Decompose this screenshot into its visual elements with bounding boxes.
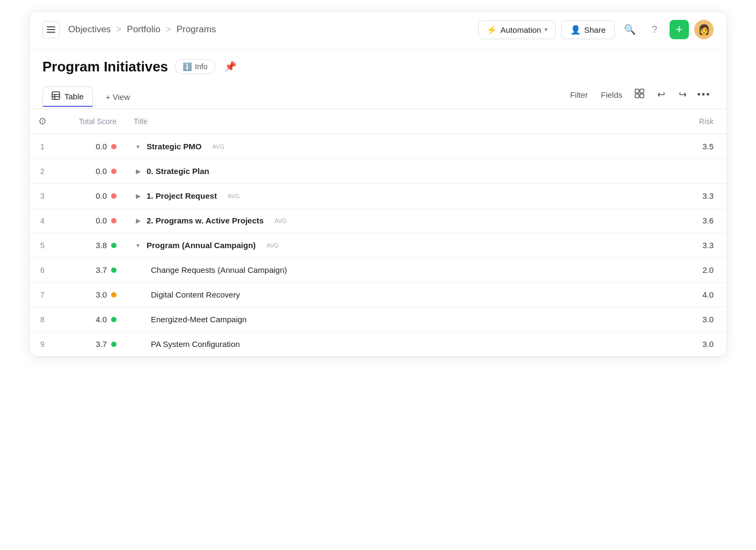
add-button[interactable]: +	[670, 20, 689, 39]
table-row: 63.7Change Requests (Annual Campaign)2.0	[30, 258, 726, 283]
row-title: Energized-Meet Campaign	[125, 307, 673, 332]
row-title: ▾Strategic PMOAVG	[125, 134, 673, 159]
status-dot	[111, 218, 117, 223]
more-button[interactable]: •••	[694, 85, 714, 104]
row-title-text[interactable]: 0. Strategic Plan	[147, 167, 209, 176]
table-row: 73.0Digital Content Recovery4.0	[30, 283, 726, 307]
score-value: 0.0	[96, 216, 107, 225]
row-number: 9	[30, 332, 55, 357]
status-dot	[111, 267, 117, 273]
settings-column-header[interactable]: ⚙	[30, 109, 55, 134]
grid-icon	[635, 89, 644, 101]
table-view-button[interactable]: Table	[42, 86, 93, 107]
breadcrumb-portfolio[interactable]: Portfolio	[127, 24, 160, 35]
svg-rect-9	[635, 94, 639, 98]
svg-rect-2	[47, 32, 55, 33]
avg-badge: AVG	[228, 193, 239, 199]
expand-icon[interactable]: ▶	[134, 168, 142, 175]
row-score: 3.8	[55, 233, 125, 258]
table-row: 53.8▾Program (Annual Campaign)AVG3.3	[30, 233, 726, 258]
search-button[interactable]: 🔍	[620, 20, 639, 39]
row-title-text[interactable]: Program (Annual Campaign)	[147, 241, 256, 250]
status-dot	[111, 193, 117, 199]
risk-column-header: Risk	[673, 109, 726, 134]
share-button[interactable]: 👤 Share	[561, 20, 615, 39]
view-label: + View	[106, 92, 130, 102]
filter-label: Filter	[570, 90, 588, 99]
row-title: ▶2. Programs w. Active ProjectsAVG	[125, 208, 673, 233]
fields-button[interactable]: Fields	[595, 87, 628, 103]
menu-icon[interactable]	[42, 21, 60, 38]
row-risk: 3.3	[673, 184, 726, 208]
row-number: 7	[30, 283, 55, 307]
avg-badge: AVG	[266, 242, 278, 249]
row-score: 4.0	[55, 307, 125, 332]
row-title: ▶0. Strategic Plan	[125, 159, 673, 184]
grid-icon-button[interactable]	[630, 85, 649, 104]
avatar-image: 👩	[698, 24, 710, 35]
row-title-text[interactable]: Digital Content Recovery	[151, 290, 240, 299]
table-row: 20.0▶0. Strategic Plan	[30, 159, 726, 184]
score-value: 0.0	[96, 142, 107, 151]
undo-button[interactable]: ↩	[651, 85, 671, 104]
svg-rect-1	[47, 29, 55, 30]
row-score: 3.7	[55, 258, 125, 283]
redo-button[interactable]: ↪	[673, 85, 692, 104]
row-title-text[interactable]: 2. Programs w. Active Projects	[147, 216, 264, 225]
toolbar-right: Filter Fields ↩ ↪	[565, 85, 714, 108]
row-score: 0.0	[55, 208, 125, 233]
fields-label: Fields	[601, 90, 622, 99]
row-number: 1	[30, 134, 55, 159]
redo-icon: ↪	[679, 89, 687, 100]
lightning-icon: ⚡	[486, 25, 497, 35]
table-row: 93.7PA System Configuration3.0	[30, 332, 726, 357]
table-icon	[52, 91, 60, 102]
toolbar: Table + View Filter Fields	[30, 81, 726, 109]
row-title: Change Requests (Annual Campaign)	[125, 258, 673, 283]
row-title-text[interactable]: 1. Project Request	[147, 191, 217, 200]
user-avatar[interactable]: 👩	[694, 20, 714, 39]
score-value: 0.0	[96, 167, 107, 176]
table-body: 10.0▾Strategic PMOAVG3.520.0▶0. Strategi…	[30, 134, 726, 357]
svg-rect-10	[640, 94, 644, 98]
score-value: 0.0	[96, 191, 107, 200]
score-value: 4.0	[96, 315, 107, 324]
chevron-down-icon: ▾	[544, 26, 548, 33]
table-row: 10.0▾Strategic PMOAVG3.5	[30, 134, 726, 159]
row-number: 6	[30, 258, 55, 283]
row-risk: 3.0	[673, 307, 726, 332]
help-button[interactable]: ?	[645, 20, 664, 39]
gear-icon[interactable]: ⚙	[38, 116, 47, 127]
add-view-button[interactable]: + View	[97, 88, 139, 106]
row-number: 8	[30, 307, 55, 332]
row-risk: 3.6	[673, 208, 726, 233]
info-label: Info	[195, 62, 207, 71]
info-button[interactable]: ℹ️ Info	[175, 59, 215, 74]
row-title-text[interactable]: PA System Configuration	[151, 339, 240, 349]
expand-icon[interactable]: ▶	[134, 217, 142, 225]
row-title-text[interactable]: Change Requests (Annual Campaign)	[151, 265, 287, 274]
score-value: 3.7	[96, 265, 107, 274]
row-title-text[interactable]: Energized-Meet Campaign	[151, 315, 246, 324]
status-dot	[111, 292, 117, 298]
automation-button[interactable]: ⚡ Automation ▾	[478, 20, 556, 39]
breadcrumb: Objectives > Portfolio > Programs	[42, 21, 216, 38]
row-title: Digital Content Recovery	[125, 283, 673, 307]
expand-icon[interactable]: ▶	[134, 192, 142, 200]
collapse-icon[interactable]: ▾	[134, 143, 142, 150]
collapse-icon[interactable]: ▾	[134, 242, 142, 249]
breadcrumb-programs[interactable]: Programs	[177, 24, 216, 35]
data-table: ⚙ Total Score Title Risk 10.0▾Strategic …	[30, 109, 726, 357]
pin-icon: 📌	[224, 61, 236, 73]
toolbar-left: Table + View	[42, 86, 139, 107]
breadcrumb-objectives[interactable]: Objectives	[68, 24, 111, 35]
row-title-text[interactable]: Strategic PMO	[147, 142, 202, 151]
filter-button[interactable]: Filter	[565, 87, 593, 103]
app-header: Objectives > Portfolio > Programs ⚡ Auto…	[30, 11, 726, 48]
total-score-column-header: Total Score	[55, 109, 125, 134]
title-column-header: Title	[125, 109, 673, 134]
row-number: 4	[30, 208, 55, 233]
pin-button[interactable]: 📌	[222, 58, 239, 75]
row-risk: 2.0	[673, 258, 726, 283]
info-icon: ℹ️	[183, 62, 192, 71]
